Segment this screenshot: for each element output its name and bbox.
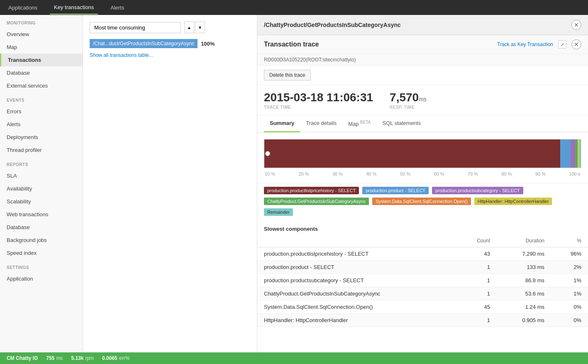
table-row: production.product - SELECT 1 133 ms 2% (257, 261, 588, 274)
row-name-1: production.product - SELECT (257, 261, 456, 274)
legend-chattyproduct: ChattyProduct.GetProductsInSubCategoryAs… (264, 198, 369, 205)
trace-time-value: 2015-03-18 11:06:31 (264, 91, 373, 104)
reports-section-label: REPORTS (0, 156, 83, 169)
trace-id: RD000D3A105220(ROOT:sitecmchattyio) (264, 57, 356, 63)
status-app-name: CM Chatty IO (7, 355, 38, 361)
row-duration-0: 7,290 ms (497, 247, 551, 261)
arrow-up-btn[interactable]: ▲ (184, 22, 194, 33)
timeline-bar-productsubcategory (571, 139, 575, 168)
delete-trace-button[interactable]: Delete this trace (264, 70, 311, 81)
table-row: System.Data.SqlClient.SqlConnection.Open… (257, 300, 588, 314)
resp-time-value: 7,570ms (390, 91, 427, 104)
tab-trace-details[interactable]: Trace details (300, 116, 342, 132)
timeline-circle-marker (265, 151, 270, 156)
status-bar: CM Chatty IO 755 ms 5.13k rpm 0.0065 err… (0, 352, 588, 364)
row-duration-5: 0.905 ms (497, 314, 551, 327)
tick-80: 80 % (501, 171, 512, 176)
sidebar-item-map[interactable]: Map (0, 41, 83, 54)
row-duration-4: 1.24 ms (497, 300, 551, 314)
sidebar-item-application[interactable]: Application (0, 272, 83, 285)
tick-100: 100 e (569, 171, 581, 176)
row-count-4: 45 (456, 300, 497, 314)
sidebar-item-alerts[interactable]: Alerts (0, 118, 83, 131)
track-as-key-transaction-link[interactable]: Track as Key Transaction (497, 42, 553, 47)
sidebar-item-overview[interactable]: Overview (0, 28, 83, 41)
sidebar-item-background-jobs[interactable]: Background jobs (0, 234, 83, 247)
tab-sql-statements[interactable]: SQL statements (376, 116, 427, 132)
nav-alerts[interactable]: Alerts (106, 1, 128, 14)
sidebar-item-scalability[interactable]: Scalability (0, 195, 83, 208)
arrow-down-btn[interactable]: ▼ (195, 22, 205, 33)
trace-title: /ChattyProduct/GetProductsInSubCategoryA… (264, 22, 401, 28)
transaction-bar-pct: 100% (201, 41, 215, 47)
sidebar-item-availability[interactable]: Availability (0, 182, 83, 195)
filter-row: Most time consumingSlowest average respo… (90, 22, 250, 33)
nav-key-transactions[interactable]: Key transactions (50, 1, 98, 15)
row-duration-1: 133 ms (497, 261, 551, 274)
sidebar-item-database[interactable]: Database (0, 66, 83, 79)
resp-time-unit: ms (419, 96, 427, 103)
row-name-4: System.Data.SqlClient.SqlConnection.Open… (257, 300, 456, 314)
timeline-area: 10 % 20 % 30 % 40 % 50 % 60 % 70 % 80 % … (257, 132, 588, 183)
transaction-bar-label[interactable]: /Chat...duct/GetProductsInSubCategoryAsy… (90, 39, 198, 48)
sidebar-item-deployments[interactable]: Deployments (0, 131, 83, 144)
expand-button[interactable]: ⤢ (558, 40, 566, 49)
legend-sqlconnection: System.Data.SqlClient.SqlConnection.Open… (372, 198, 471, 205)
row-count-0: 43 (456, 247, 497, 261)
timeline-bar-product (560, 139, 570, 168)
row-count-2: 1 (456, 274, 497, 287)
row-duration-3: 53.6 ms (497, 287, 551, 300)
tab-summary[interactable]: Summary (264, 116, 300, 132)
status-rpm-value: 5.13k (71, 355, 83, 361)
tick-30: 30 % (332, 171, 343, 176)
trace-metrics: 2015-03-18 11:06:31 TRACE TIME 7,570ms R… (257, 85, 588, 116)
legend-area: production.productlistpricehistory - SEL… (257, 183, 588, 221)
row-count-5: 1 (456, 314, 497, 327)
trace-close-button[interactable]: ✕ (571, 20, 581, 30)
delete-trace-area: Delete this trace (257, 66, 588, 85)
sidebar-item-external-services[interactable]: External services (0, 79, 83, 92)
row-duration-2: 86.8 ms (497, 274, 551, 287)
events-section-label: EVENTS (0, 92, 83, 105)
trace-subheader: Transaction trace Track as Key Transacti… (257, 35, 588, 54)
col-header-name (257, 235, 456, 247)
row-pct-5: 0% (551, 314, 588, 327)
status-rpm-unit: rpm (85, 355, 94, 361)
row-name-5: HttpHandler: HttpControllerHandler (257, 314, 456, 327)
resp-time-metric: 7,570ms RESP. TIME (390, 91, 427, 110)
sidebar-item-speed-index[interactable]: Speed index (0, 247, 83, 259)
row-name-0: production.productlistpricehistory - SEL… (257, 247, 456, 261)
status-metric-ms: 755 ms (46, 355, 63, 361)
filter-arrows: ▲ ▼ (184, 22, 205, 33)
tick-70: 70 % (468, 171, 478, 176)
timeline-ticks: 10 % 20 % 30 % 40 % 50 % 60 % 70 % 80 % … (264, 171, 581, 176)
sidebar-item-transactions[interactable]: Transactions (0, 54, 83, 66)
timeline-bar-remainder (579, 139, 581, 168)
filter-select[interactable]: Most time consumingSlowest average respo… (90, 22, 181, 33)
left-panel: Most time consumingSlowest average respo… (83, 15, 257, 364)
col-header-count: Count (456, 235, 497, 247)
show-all-link[interactable]: Show all transactions table... (90, 52, 250, 58)
horizontal-split: Most time consumingSlowest average respo… (83, 15, 588, 364)
status-err-value: 0.0065 (102, 355, 117, 361)
sidebar-item-thread-profiler[interactable]: Thread profiler (0, 144, 83, 156)
sidebar-item-errors[interactable]: Errors (0, 105, 83, 118)
nav-applications[interactable]: Applications (4, 1, 41, 14)
row-name-3: ChattyProduct.GetProductsInSubCategoryAs… (257, 287, 456, 300)
sidebar: MONITORING Overview Map Transactions Dat… (0, 15, 83, 364)
row-pct-2: 1% (551, 274, 588, 287)
status-metric-err: 0.0065 err% (102, 355, 129, 361)
sidebar-item-database-report[interactable]: Database (0, 221, 83, 234)
timeline-track (264, 139, 581, 168)
top-navigation: Applications Key transactions Alerts (0, 0, 588, 15)
tab-map[interactable]: Map BETA (342, 116, 376, 132)
tick-90: 90 % (535, 171, 546, 176)
status-err-unit: err% (119, 355, 129, 361)
monitoring-section-label: MONITORING (0, 15, 83, 28)
table-row: production.productlistpricehistory - SEL… (257, 247, 588, 261)
sidebar-item-web-transactions[interactable]: Web transactions (0, 208, 83, 221)
sidebar-item-sla[interactable]: SLA (0, 169, 83, 182)
trace-inner-close-button[interactable]: ✕ (571, 39, 581, 49)
row-name-2: production.productsubcategory - SELECT (257, 274, 456, 287)
transaction-trace-label: Transaction trace (264, 41, 319, 48)
